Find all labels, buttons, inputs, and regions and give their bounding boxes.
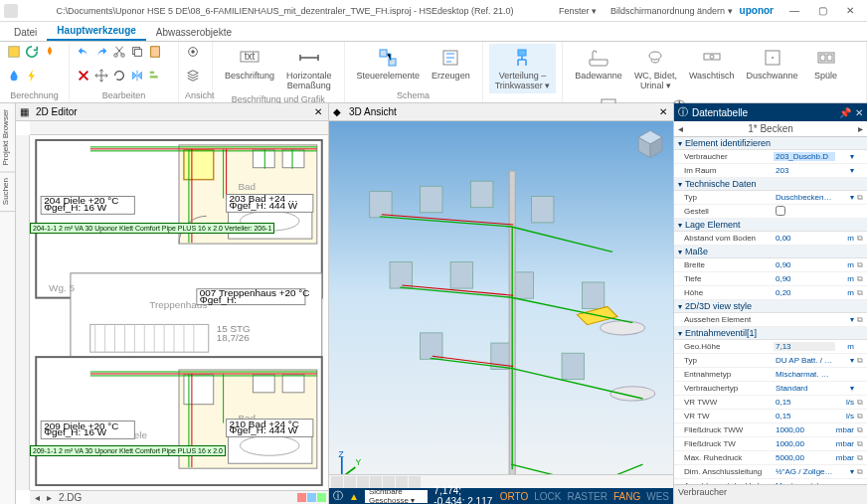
- duschwanne-button[interactable]: Duschwanne: [741, 44, 804, 84]
- panel-2d-close[interactable]: ✕: [312, 106, 324, 118]
- data-value[interactable]: 1000,00: [774, 425, 835, 434]
- close-button[interactable]: ✕: [837, 2, 863, 20]
- layer-toggle[interactable]: [317, 493, 326, 502]
- status-raster[interactable]: RASTER: [567, 491, 607, 502]
- bemassung-button[interactable]: Horizontale Bemaßung: [280, 44, 338, 93]
- flame-icon[interactable]: [42, 44, 58, 60]
- layers-icon[interactable]: [185, 68, 201, 84]
- view-tool[interactable]: [409, 476, 421, 488]
- data-close-button[interactable]: ✕: [855, 107, 863, 118]
- view-tool[interactable]: [396, 476, 408, 488]
- data-value[interactable]: Mischarmat. Dusche: [774, 370, 835, 379]
- canvas-3d[interactable]: ZXY ⓘ ▲ Sichtbare Geschosse ▾ 7,174; -0,…: [329, 121, 673, 504]
- data-section-header[interactable]: ▾2D/3D view style: [674, 300, 867, 313]
- data-more-button[interactable]: ⧉: [855, 193, 865, 203]
- data-value[interactable]: 1000,00: [774, 439, 835, 448]
- tab-hauptwerkzeuge[interactable]: Hauptwerkzeuge: [47, 22, 145, 41]
- delete-icon[interactable]: [76, 68, 91, 84]
- data-value[interactable]: 203: [774, 166, 835, 175]
- mirror-icon[interactable]: [129, 68, 145, 84]
- cut-icon[interactable]: [111, 44, 127, 60]
- data-grid[interactable]: ▾Element identifizierenVerbraucher203_Du…: [674, 137, 867, 484]
- copy-icon[interactable]: [129, 44, 145, 60]
- floorplan-drawing[interactable]: Bad 7 204 Diele +20 °CΦgef_H: 16 W 203 B…: [30, 135, 328, 490]
- data-more-button[interactable]: ⧉: [855, 398, 865, 408]
- sheet-tab-2dg[interactable]: 2.DG: [56, 492, 85, 503]
- status-fang[interactable]: FANG: [613, 491, 640, 502]
- data-value[interactable]: 5000,00: [774, 453, 835, 462]
- sheet-next[interactable]: ▸: [44, 492, 54, 503]
- tab-abwasserobjekte[interactable]: Abwasserobjekte: [146, 24, 242, 41]
- drop-icon[interactable]: [6, 68, 22, 84]
- sheet-prev[interactable]: ◂: [32, 492, 42, 503]
- layer-toggle[interactable]: [307, 493, 316, 502]
- view-tool[interactable]: [370, 476, 382, 488]
- data-more-button[interactable]: ⧉: [855, 453, 865, 463]
- data-value[interactable]: 0,00: [774, 234, 835, 243]
- erzeugen-button[interactable]: Erzeugen: [426, 44, 476, 84]
- info-icon[interactable]: ⓘ: [333, 489, 343, 503]
- canvas-2d[interactable]: Bad 7 204 Diele +20 °CΦgef_H: 16 W 203 B…: [16, 121, 328, 504]
- data-more-button[interactable]: ⧉: [855, 467, 865, 477]
- data-section-header[interactable]: ▾Element identifizieren: [674, 137, 867, 150]
- data-pin-button[interactable]: 📌: [839, 107, 851, 118]
- data-value[interactable]: 0,90: [774, 274, 835, 283]
- data-next[interactable]: ▸: [858, 123, 863, 134]
- layer-toggle[interactable]: [297, 493, 306, 502]
- data-value[interactable]: 0,90: [774, 260, 835, 269]
- data-value[interactable]: 0,15: [774, 412, 835, 420]
- view-tool[interactable]: [331, 476, 343, 488]
- data-more-button[interactable]: ⧉: [855, 315, 865, 325]
- data-value[interactable]: DU AP Batt. / Standard Ve: [774, 356, 835, 365]
- data-more-button[interactable]: ⧉: [855, 356, 865, 366]
- data-section-header[interactable]: ▾Maße: [674, 246, 867, 258]
- data-more-button[interactable]: ⧉: [855, 439, 865, 449]
- calc-icon[interactable]: [6, 44, 22, 60]
- data-more-button[interactable]: ⧉: [855, 425, 865, 435]
- data-value[interactable]: [774, 206, 835, 218]
- refresh-icon[interactable]: [24, 44, 40, 60]
- data-value[interactable]: ½"AG / Zollgewinde (AG): [774, 467, 835, 476]
- paste-icon[interactable]: [147, 44, 163, 60]
- data-section-header[interactable]: ▾Lage Element: [674, 219, 867, 232]
- qat-icon[interactable]: [4, 4, 18, 18]
- panel-3d-close[interactable]: ✕: [657, 106, 669, 118]
- data-value[interactable]: 0,15: [774, 398, 835, 407]
- data-section-header[interactable]: ▾Entnahmeventil[1]: [674, 327, 867, 340]
- view-tool[interactable]: [344, 476, 356, 488]
- rotate-icon[interactable]: [111, 68, 127, 84]
- bolt-icon[interactable]: [24, 68, 40, 84]
- data-value[interactable]: 203_Duschb.D: [774, 152, 835, 161]
- status-wes[interactable]: WES: [646, 491, 669, 502]
- bildschirm-dropdown[interactable]: Bildschirmanordnung ändern ▾: [604, 3, 740, 19]
- tab-datei[interactable]: Datei: [4, 24, 47, 41]
- redo-icon[interactable]: [93, 44, 109, 60]
- undo-icon[interactable]: [76, 44, 91, 60]
- view-cube[interactable]: [633, 127, 667, 161]
- status-orto[interactable]: ORTO: [500, 491, 529, 502]
- view-tool[interactable]: [357, 476, 369, 488]
- data-more-button[interactable]: ⧉: [855, 412, 865, 421]
- fenster-dropdown[interactable]: Fenster ▾: [552, 3, 604, 19]
- view-icon[interactable]: [185, 44, 201, 60]
- verteilung-button[interactable]: Verteilung – Trinkwasser ▾: [489, 44, 557, 93]
- align-icon[interactable]: [147, 68, 163, 84]
- suchen-tab[interactable]: Suchen: [0, 172, 15, 212]
- data-section-header[interactable]: ▾Technische Daten: [674, 178, 867, 191]
- data-prev[interactable]: ◂: [678, 123, 683, 134]
- data-value[interactable]: Duschbecken / Standard: [774, 193, 835, 202]
- move-icon[interactable]: [93, 68, 109, 84]
- wc-button[interactable]: WC, Bidet, Urinal ▾: [628, 44, 683, 93]
- data-more-button[interactable]: ⧉: [855, 234, 865, 244]
- maximize-button[interactable]: ▢: [809, 2, 835, 20]
- beschriftung-button[interactable]: txt Beschriftung: [219, 44, 280, 84]
- status-lock[interactable]: LOCK: [534, 491, 561, 502]
- data-more-button[interactable]: ⧉: [855, 288, 865, 298]
- projektbrowser-tab[interactable]: Projekt Browser: [0, 103, 15, 172]
- spuele-button[interactable]: Spüle: [804, 44, 848, 84]
- data-more-button[interactable]: ⧉: [855, 260, 865, 270]
- geschosse-dropdown[interactable]: Sichtbare Geschosse ▾: [365, 490, 428, 503]
- waschtisch-button[interactable]: Waschtisch: [683, 44, 741, 84]
- view-tool[interactable]: [383, 476, 395, 488]
- data-value[interactable]: 0,20: [774, 288, 835, 297]
